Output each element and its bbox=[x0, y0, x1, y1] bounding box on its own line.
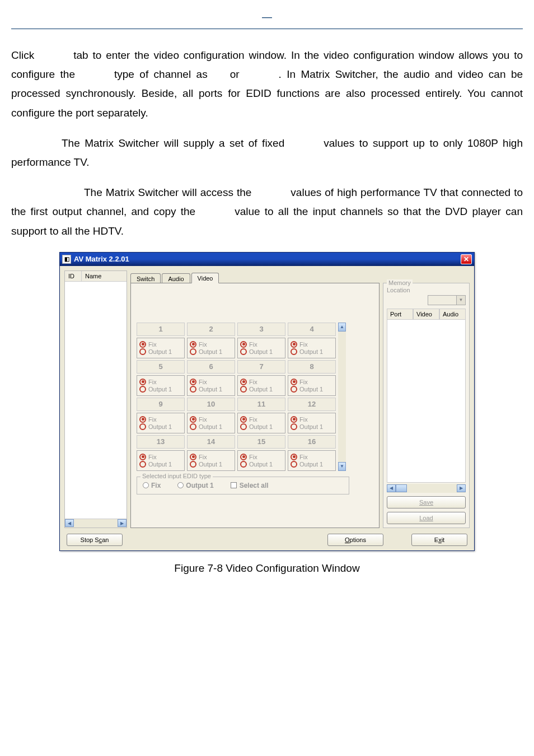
radio-icon bbox=[240, 423, 247, 430]
paragraph-2: The Matrix Switcher will supply a set of… bbox=[11, 134, 523, 172]
left-hscrollbar[interactable]: ◀ ▶ bbox=[65, 519, 127, 528]
radio-fix[interactable]: Fix bbox=[240, 379, 283, 385]
radio-fix[interactable]: Fix bbox=[291, 454, 333, 460]
channel-header[interactable]: 1 bbox=[137, 323, 185, 336]
radio-fix[interactable]: Fix bbox=[190, 416, 232, 423]
memory-hscrollbar[interactable]: ◀ ▶ bbox=[387, 484, 466, 493]
radio-output1[interactable]: Output 1 bbox=[190, 386, 232, 393]
radio-fix[interactable]: Fix bbox=[240, 341, 283, 348]
save-button[interactable]: Save bbox=[387, 496, 466, 508]
radio-output1[interactable]: Output 1 bbox=[291, 386, 333, 393]
radio-fix[interactable]: Fix bbox=[139, 341, 182, 348]
device-list-panel: ID Name ◀ ▶ bbox=[64, 270, 127, 528]
channel-body: FixOutput 1 bbox=[137, 375, 185, 396]
radio-icon bbox=[291, 454, 297, 460]
titlebar[interactable]: ◧ AV Matrix 2.2.01 ✕ bbox=[60, 253, 474, 266]
edid-radio-fix[interactable]: Fix bbox=[143, 482, 161, 489]
radio-fix[interactable]: Fix bbox=[190, 454, 232, 460]
mem-col-video[interactable]: Video bbox=[413, 309, 439, 320]
radio-output1[interactable]: Output 1 bbox=[240, 348, 283, 355]
radio-output1[interactable]: Output 1 bbox=[139, 386, 182, 393]
scroll-left-icon[interactable]: ◀ bbox=[387, 484, 396, 492]
location-label: Location bbox=[387, 287, 466, 293]
memory-legend: Memory bbox=[387, 279, 413, 286]
radio-fix[interactable]: Fix bbox=[190, 379, 232, 385]
edid-check-selectall[interactable]: Select all bbox=[231, 482, 269, 489]
mem-col-port[interactable]: Port bbox=[387, 309, 413, 320]
radio-fix[interactable]: Fix bbox=[240, 416, 283, 423]
radio-icon bbox=[240, 386, 247, 393]
radio-output1[interactable]: Output 1 bbox=[240, 386, 283, 393]
channel-header[interactable]: 6 bbox=[187, 360, 235, 374]
channel-header[interactable]: 13 bbox=[137, 435, 185, 449]
radio-output1[interactable]: Output 1 bbox=[240, 423, 283, 430]
channel-header[interactable]: 15 bbox=[237, 435, 285, 449]
radio-output1[interactable]: Output 1 bbox=[139, 423, 182, 430]
scroll-down-icon[interactable]: ▼ bbox=[338, 462, 346, 471]
channel-vscrollbar[interactable]: ▲ ▼ bbox=[338, 323, 347, 471]
location-combo[interactable]: ▼ bbox=[428, 295, 466, 305]
scroll-left-icon[interactable]: ◀ bbox=[65, 519, 74, 527]
radio-output1[interactable]: Output 1 bbox=[139, 348, 182, 355]
chevron-down-icon[interactable]: ▼ bbox=[456, 296, 465, 305]
radio-fix[interactable]: Fix bbox=[190, 341, 232, 348]
channel-body: FixOutput 1 bbox=[137, 450, 185, 471]
radio-output1[interactable]: Output 1 bbox=[291, 423, 333, 430]
channel-header[interactable]: 16 bbox=[288, 435, 336, 449]
radio-icon bbox=[190, 341, 196, 348]
close-icon[interactable]: ✕ bbox=[461, 254, 472, 264]
radio-output1[interactable]: Output 1 bbox=[240, 461, 283, 468]
channel-body: FixOutput 1 bbox=[288, 450, 336, 471]
radio-fix[interactable]: Fix bbox=[139, 416, 182, 423]
channel-header[interactable]: 7 bbox=[237, 360, 285, 374]
radio-output1[interactable]: Output 1 bbox=[139, 461, 182, 468]
col-id[interactable]: ID bbox=[65, 271, 82, 281]
exit-button[interactable]: Exit bbox=[411, 534, 467, 546]
channel-header[interactable]: 10 bbox=[187, 398, 235, 411]
radio-icon bbox=[139, 379, 146, 385]
tab-video[interactable]: Video bbox=[191, 273, 219, 283]
scroll-up-icon[interactable]: ▲ bbox=[338, 323, 346, 332]
radio-icon bbox=[190, 379, 196, 385]
channel-header[interactable]: 5 bbox=[137, 360, 185, 374]
channel-header[interactable]: 2 bbox=[187, 323, 235, 336]
channel-header[interactable]: 11 bbox=[237, 398, 285, 411]
device-list-body[interactable] bbox=[65, 282, 127, 519]
edid-radio-output1[interactable]: Output 1 bbox=[177, 482, 213, 489]
radio-fix[interactable]: Fix bbox=[291, 416, 333, 423]
radio-fix[interactable]: Fix bbox=[291, 341, 333, 348]
app-icon: ◧ bbox=[62, 255, 71, 264]
stop-scan-button[interactable]: Stop Scan bbox=[67, 534, 123, 546]
channel-header[interactable]: 4 bbox=[288, 323, 336, 336]
tab-switch[interactable]: Switch bbox=[130, 273, 161, 283]
channel-header[interactable]: 3 bbox=[237, 323, 285, 336]
radio-output1[interactable]: Output 1 bbox=[291, 461, 333, 468]
scroll-right-icon[interactable]: ▶ bbox=[118, 519, 127, 527]
channel-header[interactable]: 12 bbox=[288, 398, 336, 411]
window-title: AV Matrix 2.2.01 bbox=[74, 255, 461, 263]
channel-body: FixOutput 1 bbox=[237, 450, 285, 471]
scroll-right-icon[interactable]: ▶ bbox=[457, 484, 466, 492]
radio-output1[interactable]: Output 1 bbox=[190, 423, 232, 430]
radio-icon bbox=[291, 379, 297, 385]
radio-icon bbox=[190, 348, 196, 355]
memory-panel: Memory Location ▼ Port Video Audio bbox=[383, 283, 470, 528]
radio-fix[interactable]: Fix bbox=[139, 454, 182, 460]
radio-fix[interactable]: Fix bbox=[240, 454, 283, 460]
options-button[interactable]: Options bbox=[327, 534, 383, 546]
radio-fix[interactable]: Fix bbox=[291, 379, 333, 385]
channel-header[interactable]: 14 bbox=[187, 435, 235, 449]
tab-audio[interactable]: Audio bbox=[162, 273, 190, 283]
radio-fix[interactable]: Fix bbox=[139, 379, 182, 385]
channel-header[interactable]: 8 bbox=[288, 360, 336, 374]
channel-header[interactable]: 9 bbox=[137, 398, 185, 411]
radio-output1[interactable]: Output 1 bbox=[291, 348, 333, 355]
radio-output1[interactable]: Output 1 bbox=[190, 461, 232, 468]
memory-list[interactable] bbox=[387, 320, 466, 483]
col-name[interactable]: Name bbox=[82, 271, 127, 281]
load-button[interactable]: Load bbox=[387, 512, 466, 524]
radio-icon bbox=[240, 379, 247, 385]
radio-output1[interactable]: Output 1 bbox=[190, 348, 232, 355]
radio-icon bbox=[139, 341, 146, 348]
mem-col-audio[interactable]: Audio bbox=[439, 309, 466, 320]
